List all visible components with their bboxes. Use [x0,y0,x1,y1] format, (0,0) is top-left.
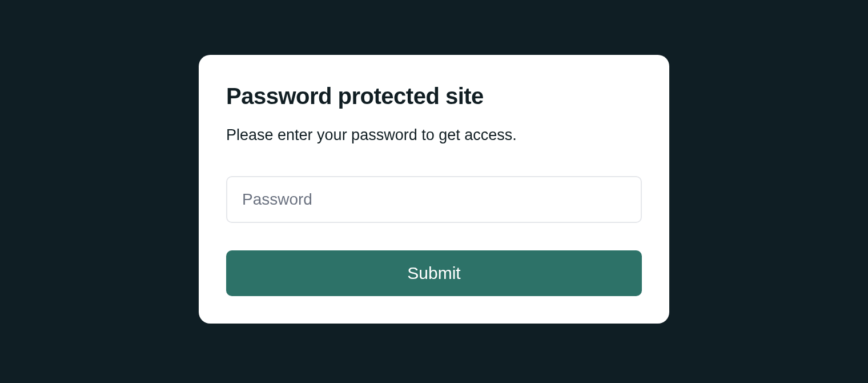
page-title: Password protected site [226,83,642,109]
password-input[interactable] [226,176,642,223]
password-card: Password protected site Please enter you… [199,55,669,324]
page-subtitle: Please enter your password to get access… [226,126,642,144]
submit-button[interactable]: Submit [226,250,642,296]
